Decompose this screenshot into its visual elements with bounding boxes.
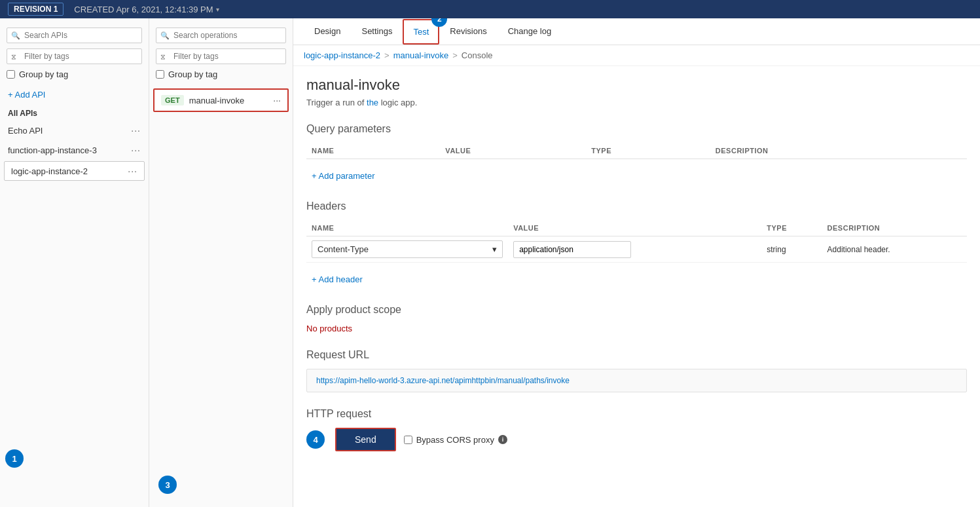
request-url-value: https://apim-hello-world-3.azure-api.net…: [306, 369, 967, 392]
echo-api-dots-icon[interactable]: ···: [131, 125, 141, 136]
step-4-circle: 4: [306, 430, 325, 449]
sidebar-item-echo-api[interactable]: Echo API ···: [0, 121, 149, 140]
query-params-table: NAME VALUE TYPE DESCRIPTION: [306, 143, 967, 159]
send-button[interactable]: Send: [335, 428, 396, 451]
qp-col-description: DESCRIPTION: [710, 143, 967, 159]
logic-app-dots-icon[interactable]: ···: [128, 166, 137, 176]
breadcrumb: logic-app-instance-2 > manual-invoke > C…: [293, 45, 980, 66]
operation-name: manual-invoke: [189, 96, 245, 105]
sidebar-group-by[interactable]: Group by tag: [7, 69, 142, 79]
all-apis-label: All APIs: [0, 103, 149, 121]
method-get-badge: GET: [161, 95, 184, 105]
tab-design[interactable]: Design: [304, 18, 351, 45]
qp-col-type: TYPE: [586, 143, 710, 159]
qp-col-value: VALUE: [440, 143, 586, 159]
filter-tags-operations-input[interactable]: [156, 48, 286, 64]
right-content: Design Settings Test 2 Revisions Change …: [293, 18, 980, 507]
created-info: CREATED Apr 6, 2021, 12:41:39 PM ▾: [74, 5, 219, 14]
operation-manual-invoke[interactable]: GET manual-invoke ···: [153, 88, 289, 112]
breadcrumb-sep-1: >: [384, 50, 390, 60]
search-operations-input[interactable]: [156, 28, 286, 43]
main-layout: 🔍 ⧖ Group by tag + Add API All APIs Echo…: [0, 18, 980, 507]
request-url-title: Request URL: [306, 344, 967, 361]
breadcrumb-logic-app[interactable]: logic-app-instance-2: [304, 50, 380, 60]
tab-settings[interactable]: Settings: [351, 18, 403, 45]
query-params-title: Query parameters: [306, 118, 967, 135]
breadcrumb-sep-2: >: [452, 50, 458, 60]
revision-badge: REVISION 1: [8, 3, 64, 16]
step-3-circle: 3: [158, 476, 177, 494]
tab-changelog[interactable]: Change log: [498, 18, 562, 45]
qp-col-name: NAME: [306, 143, 440, 159]
add-api-button[interactable]: + Add API: [0, 86, 149, 103]
sidebar-filter-container: ⧖: [7, 48, 142, 64]
tab-revisions[interactable]: Revisions: [439, 18, 497, 45]
tabs-bar: Design Settings Test 2 Revisions Change …: [293, 18, 980, 45]
h-col-value: VALUE: [508, 220, 761, 236]
h-col-name: NAME: [306, 220, 508, 236]
desc-link[interactable]: the: [367, 98, 378, 107]
step-1-circle: 1: [5, 449, 24, 468]
left-sidebar: 🔍 ⧖ Group by tag + Add API All APIs Echo…: [0, 18, 149, 507]
middle-search-container: 🔍: [156, 28, 286, 43]
bypass-cors-checkbox[interactable]: [404, 436, 412, 444]
middle-group-by-checkbox[interactable]: [156, 70, 164, 79]
sidebar-item-logic-app[interactable]: logic-app-instance-2 ···: [4, 161, 145, 181]
content-type-select[interactable]: Content-Type ▾: [312, 240, 503, 258]
http-request-section: 4 Send Bypass CORS proxy i: [306, 428, 967, 462]
tab-test[interactable]: Test 2: [403, 19, 439, 45]
info-icon[interactable]: i: [498, 435, 507, 444]
middle-filter-container: ⧖: [156, 48, 286, 64]
group-by-tag-checkbox[interactable]: [7, 70, 15, 79]
bypass-cors-container: Bypass CORS proxy i: [404, 435, 507, 445]
header-row: Content-Type ▾ string Additional header.: [306, 236, 967, 263]
h-col-description: DESCRIPTION: [822, 220, 967, 236]
add-header-button[interactable]: + Add header: [306, 271, 967, 288]
add-parameter-button[interactable]: + Add parameter: [306, 167, 967, 185]
header-value-input[interactable]: [513, 241, 631, 258]
breadcrumb-manual-invoke[interactable]: manual-invoke: [393, 50, 449, 60]
headers-title: Headers: [306, 195, 967, 212]
revision-chevron-icon[interactable]: ▾: [216, 6, 219, 13]
header-description: Additional header.: [822, 236, 967, 263]
middle-filter-icon: ⧖: [160, 52, 166, 61]
select-chevron-icon: ▾: [492, 244, 497, 254]
http-request-title: HTTP request: [306, 403, 967, 420]
filter-by-tags-input[interactable]: [7, 48, 142, 64]
content-area: manual-invoke Trigger a run of the logic…: [293, 66, 980, 507]
filter-icon: ⧖: [11, 52, 16, 61]
headers-table: NAME VALUE TYPE DESCRIPTION Content-Type…: [306, 220, 967, 263]
search-apis-input[interactable]: [7, 28, 142, 43]
operation-title: manual-invoke: [306, 77, 967, 94]
middle-group-by[interactable]: Group by tag: [156, 69, 286, 79]
header-type: string: [761, 236, 822, 263]
search-icon: 🔍: [11, 31, 20, 40]
function-app-dots-icon[interactable]: ···: [131, 145, 141, 155]
middle-search-icon: 🔍: [160, 31, 170, 40]
no-products-label: No products: [306, 324, 967, 333]
breadcrumb-console: Console: [462, 50, 493, 60]
operation-dots-icon[interactable]: ···: [273, 95, 281, 105]
top-bar: REVISION 1 CREATED Apr 6, 2021, 12:41:39…: [0, 0, 980, 18]
h-col-type: TYPE: [761, 220, 822, 236]
product-scope-title: Apply product scope: [306, 299, 967, 316]
operation-description: Trigger a run of the logic app.: [306, 98, 967, 107]
sidebar-item-function-app[interactable]: function-app-instance-3 ···: [0, 140, 149, 160]
sidebar-search-container: 🔍: [7, 28, 142, 43]
middle-panel: 🔍 ⧖ Group by tag GET manual-invoke ··· 3: [149, 18, 293, 507]
